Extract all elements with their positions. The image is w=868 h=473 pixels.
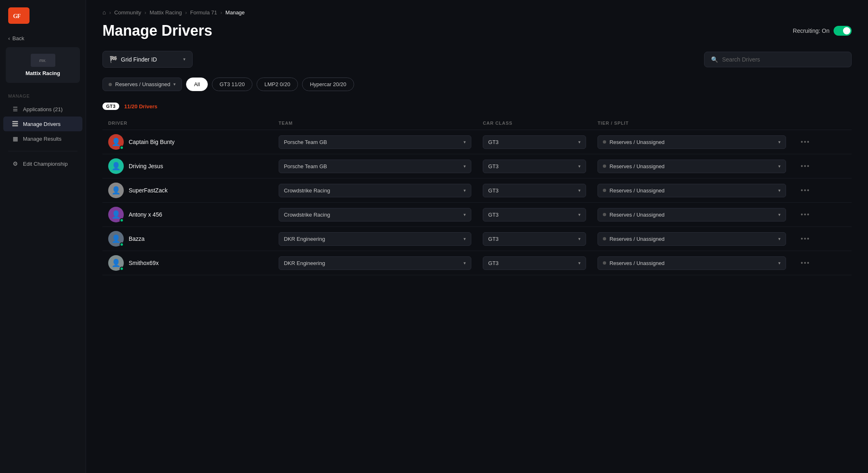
search-box: 🔍 xyxy=(704,52,852,67)
recruiting-toggle: Recruiting: On xyxy=(793,26,852,36)
actions-cell-3: ••• xyxy=(792,178,852,203)
tier-cell-5: Reserves / Unassigned ▾ xyxy=(592,227,792,251)
drivers-table: DRIVER TEAM CAR CLASS TIER / SPLIT 👤 Cap… xyxy=(102,117,852,275)
team-value: DKR Engineering xyxy=(284,260,325,266)
team-value: Porsche Team GB xyxy=(284,139,327,145)
filter-btn-all[interactable]: All xyxy=(186,78,207,91)
filter-row: Reserves / Unassigned ▾ All GT3 11/20 LM… xyxy=(86,78,868,103)
driver-cell-2: 👤 Driving Jesus xyxy=(102,154,273,178)
tier-cell-4: Reserves / Unassigned ▾ xyxy=(592,203,792,227)
svg-rect-3 xyxy=(12,123,18,124)
tier-select[interactable]: Reserves / Unassigned ▾ xyxy=(598,184,786,197)
recruiting-switch[interactable] xyxy=(834,26,852,36)
sidebar-item-manage-results[interactable]: ▦ Manage Results xyxy=(3,131,82,146)
home-icon[interactable]: ⌂ xyxy=(102,9,106,16)
tier-dot-icon xyxy=(603,140,606,144)
avatar-wrap: 👤 xyxy=(108,183,124,198)
filter-btn-gt3[interactable]: GT3 11/20 xyxy=(212,78,252,91)
team-value: Crowdstrike Racing xyxy=(284,187,330,194)
sidebar-item-applications[interactable]: ☰ Applications (21) xyxy=(3,102,82,117)
more-options-button[interactable]: ••• xyxy=(798,137,813,147)
filter-btn-hypercar[interactable]: Hypercar 20/20 xyxy=(302,78,354,91)
chevron-down-icon: ▾ xyxy=(173,82,176,87)
svg-text:GF: GF xyxy=(13,13,20,19)
chevron-down-icon: ▾ xyxy=(578,139,581,145)
grid-finder-id-dropdown[interactable]: 🏁 Grid Finder ID ▾ xyxy=(102,51,193,68)
breadcrumb-community[interactable]: Community xyxy=(114,9,141,16)
table-row: 👤 Driving Jesus Porsche Team GB ▾ GT3 ▾ xyxy=(102,154,852,178)
car-class-value: GT3 xyxy=(488,139,498,145)
tier-select[interactable]: Reserves / Unassigned ▾ xyxy=(598,232,786,246)
team-select[interactable]: Porsche Team GB ▾ xyxy=(279,135,472,149)
online-indicator xyxy=(120,242,124,247)
breadcrumb-mattix[interactable]: Mattix Racing xyxy=(150,9,182,16)
avatar-wrap: 👤 xyxy=(108,255,124,271)
team-select[interactable]: Crowdstrike Racing ▾ xyxy=(279,208,472,222)
tier-dot-icon xyxy=(603,189,606,192)
car-class-select[interactable]: GT3 ▾ xyxy=(483,232,586,246)
search-input[interactable] xyxy=(722,56,845,63)
team-cell-4: Crowdstrike Racing ▾ xyxy=(273,203,477,227)
car-class-select[interactable]: GT3 ▾ xyxy=(483,256,586,270)
team-cell-6: DKR Engineering ▾ xyxy=(273,251,477,275)
back-button[interactable]: ‹ Back xyxy=(0,31,86,47)
car-class-value: GT3 xyxy=(488,236,498,242)
gear-icon: ⚙ xyxy=(11,160,19,167)
tier-select[interactable]: Reserves / Unassigned ▾ xyxy=(598,160,786,173)
avatar: 👤 xyxy=(108,158,124,174)
tier-select[interactable]: Reserves / Unassigned ▾ xyxy=(598,208,786,222)
team-select[interactable]: DKR Engineering ▾ xyxy=(279,256,472,270)
more-options-button[interactable]: ••• xyxy=(798,258,813,268)
actions-cell-5: ••• xyxy=(792,227,852,251)
breadcrumb-sep: › xyxy=(220,9,222,16)
tier-dot-icon xyxy=(603,213,606,216)
dropdown-label: Grid Finder ID xyxy=(121,56,157,63)
more-options-button[interactable]: ••• xyxy=(798,209,813,220)
sidebar: GF ‹ Back mx. Mattix Racing Manage ☰ App… xyxy=(0,0,86,473)
avatar-wrap: 👤 xyxy=(108,207,124,222)
sidebar-item-manage-drivers[interactable]: Manage Drivers xyxy=(3,117,82,131)
driver-cell-1: 👤 Captain Big Bunty xyxy=(102,130,273,154)
car-class-select[interactable]: GT3 ▾ xyxy=(483,135,586,149)
more-options-button[interactable]: ••• xyxy=(798,233,813,244)
tier-value: Reserves / Unassigned xyxy=(609,260,775,266)
page-header: Manage Drivers Recruiting: On xyxy=(86,16,868,51)
table-row: 👤 Antony x 456 Crowdstrike Racing ▾ GT3 … xyxy=(102,203,852,227)
car-class-value: GT3 xyxy=(488,212,498,218)
sidebar-item-edit-championship[interactable]: ⚙ Edit Championship xyxy=(3,156,82,171)
more-options-button[interactable]: ••• xyxy=(798,185,813,196)
back-arrow-icon: ‹ xyxy=(8,35,10,41)
toggle-knob xyxy=(843,27,850,34)
tier-filter-dropdown[interactable]: Reserves / Unassigned ▾ xyxy=(102,78,182,91)
chevron-down-icon: ▾ xyxy=(464,188,466,193)
car-class-cell-2: GT3 ▾ xyxy=(477,154,592,178)
online-indicator xyxy=(120,146,124,150)
team-select[interactable]: DKR Engineering ▾ xyxy=(279,232,472,246)
actions-cell-1: ••• xyxy=(792,130,852,154)
car-class-value: GT3 xyxy=(488,187,498,194)
sidebar-item-label: Applications (21) xyxy=(23,106,63,112)
tier-dot-icon xyxy=(603,165,606,168)
tier-value: Reserves / Unassigned xyxy=(609,163,775,169)
tier-select[interactable]: Reserves / Unassigned ▾ xyxy=(598,135,786,149)
breadcrumb-formula71[interactable]: Formula 71 xyxy=(190,9,217,16)
chevron-down-icon: ▾ xyxy=(464,212,466,217)
car-class-select[interactable]: GT3 ▾ xyxy=(483,160,586,173)
team-select[interactable]: Porsche Team GB ▾ xyxy=(279,160,472,173)
more-options-button[interactable]: ••• xyxy=(798,161,813,171)
col-actions xyxy=(792,117,852,130)
driver-cell-5: 👤 Bazza xyxy=(102,227,273,251)
tier-select[interactable]: Reserves / Unassigned ▾ xyxy=(598,256,786,270)
driver-cell-6: 👤 Smithox69x xyxy=(102,251,273,275)
search-icon: 🔍 xyxy=(711,56,718,63)
car-class-select[interactable]: GT3 ▾ xyxy=(483,208,586,222)
chevron-down-icon: ▾ xyxy=(778,236,781,242)
car-class-select[interactable]: GT3 ▾ xyxy=(483,184,586,197)
chevron-down-icon: ▾ xyxy=(464,139,466,145)
team-logo: mx. xyxy=(31,54,55,67)
chevron-down-icon: ▾ xyxy=(578,236,581,242)
results-icon: ▦ xyxy=(11,135,19,142)
team-select[interactable]: Crowdstrike Racing ▾ xyxy=(279,184,472,197)
filter-btn-lmp2[interactable]: LMP2 0/20 xyxy=(257,78,298,91)
chevron-down-icon: ▾ xyxy=(778,212,781,217)
